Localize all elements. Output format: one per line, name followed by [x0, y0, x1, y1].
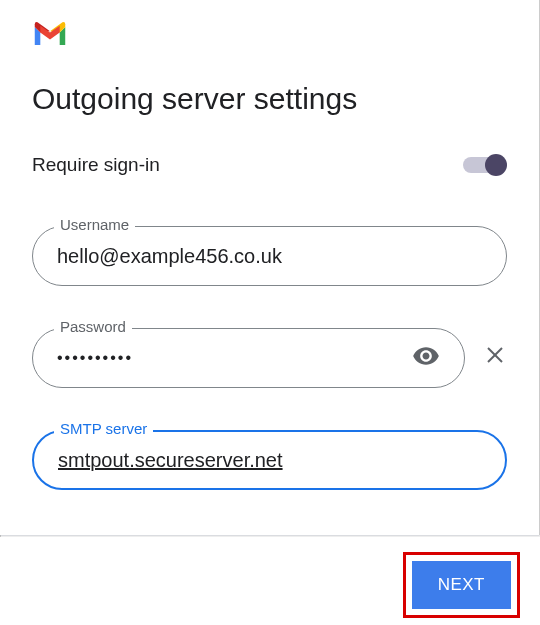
smtp-server-field[interactable]: smtpout.secureserver.net — [32, 430, 507, 490]
clear-icon[interactable] — [483, 342, 507, 374]
next-button[interactable]: NEXT — [412, 561, 511, 609]
smtp-server-value: smtpout.secureserver.net — [58, 449, 481, 472]
show-password-icon[interactable] — [412, 342, 440, 374]
smtp-server-label: SMTP server — [54, 420, 153, 437]
username-field[interactable]: hello@example456.co.uk — [32, 226, 507, 286]
require-signin-label: Require sign-in — [32, 154, 160, 176]
username-value: hello@example456.co.uk — [57, 245, 482, 268]
gmail-logo — [32, 20, 507, 52]
page-title: Outgoing server settings — [32, 82, 507, 116]
password-value: •••••••••• — [57, 349, 412, 367]
password-label: Password — [54, 318, 132, 335]
password-field[interactable]: •••••••••• — [32, 328, 465, 388]
next-button-highlight: NEXT — [403, 552, 520, 618]
username-label: Username — [54, 216, 135, 233]
require-signin-toggle[interactable] — [463, 154, 507, 176]
